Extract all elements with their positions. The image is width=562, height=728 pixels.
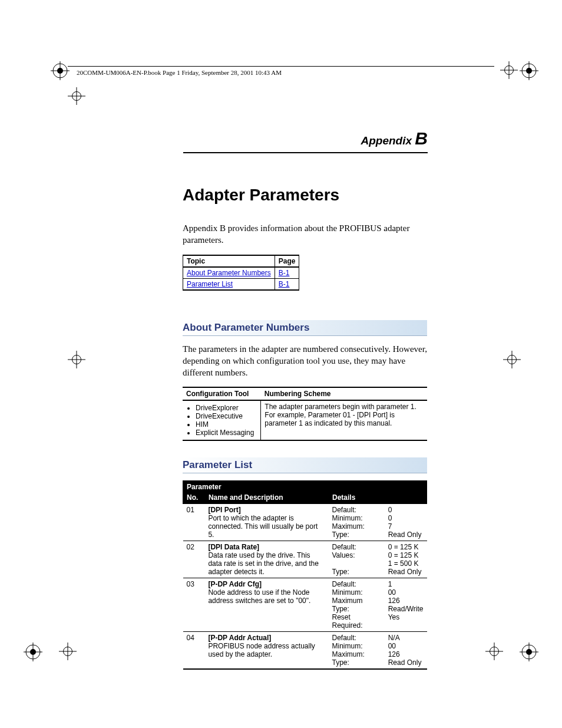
intro-paragraph: Appendix B provides information about th… (183, 222, 427, 246)
svg-point-7 (526, 68, 532, 74)
param-details-spacer (328, 481, 427, 492)
crosshair-icon (68, 351, 85, 368)
param-name: [P-DP Addr Actual] (208, 634, 271, 642)
param-detail-labels: Default:Minimum:MaximumType:Reset Requir… (328, 578, 384, 632)
topic-table: Topic Page About Parameter Numbers B-1 P… (183, 255, 299, 291)
param-detail-values: 0 = 125 K0 = 125 K1 = 500 KRead Only (385, 541, 427, 578)
param-name-desc: [P-DP Addr Actual]PROFIBUS node address … (204, 632, 328, 670)
param-detail-values: N/A00126Read Only (385, 632, 427, 670)
param-details-header: Details (328, 492, 427, 504)
param-name: [DPI Port] (208, 506, 240, 514)
crosshair-icon (59, 643, 77, 660)
svg-point-11 (30, 649, 36, 655)
registration-mark-icon (520, 643, 538, 661)
crosshair-icon (500, 61, 518, 79)
svg-point-8 (26, 645, 40, 659)
param-name-desc: [DPI Port]Port to which the adapter is c… (204, 504, 328, 541)
param-desc: Node address to use if the Node address … (208, 588, 310, 605)
param-group-header: Parameter (183, 481, 329, 492)
param-detail-labels: Default:Values: Type: (328, 541, 384, 578)
param-no: 01 (183, 504, 205, 541)
page-link[interactable]: B-1 (279, 269, 290, 277)
page-title: Adapter Parameters (183, 186, 427, 205)
svg-point-4 (522, 64, 536, 78)
param-desc: Data rate used by the drive. This data r… (208, 551, 318, 576)
param-no: 02 (183, 541, 205, 578)
page: 20COMM-UM006A-EN-P.book Page 1 Friday, S… (0, 0, 562, 728)
param-detail-values: 007Read Only (385, 504, 427, 541)
tool-item: Explicit Messaging (196, 429, 257, 437)
page-header: Page (275, 255, 299, 267)
header-rule (68, 66, 494, 67)
param-detail-labels: Default:Minimum:Maximum:Type: (328, 632, 384, 670)
svg-point-12 (522, 645, 536, 659)
tool-list: DriveExplorer DriveExecutive HIM Explici… (196, 404, 257, 437)
numbering-scheme-header: Numbering Scheme (261, 387, 427, 400)
parameter-table: Parameter No. Name and Description Detai… (183, 480, 427, 670)
param-no-header: No. (183, 492, 205, 504)
svg-point-3 (57, 68, 63, 74)
config-tool-table: Configuration Tool Numbering Scheme Driv… (183, 387, 427, 441)
running-header: 20COMM-UM006A-EN-P.book Page 1 Friday, S… (77, 69, 282, 76)
param-desc: PROFIBUS node address actually used by t… (208, 642, 315, 658)
registration-mark-icon (24, 643, 42, 661)
numbering-scheme-cell: The adapter parameters begin with parame… (261, 400, 427, 440)
topic-link[interactable]: About Parameter Numbers (187, 269, 271, 277)
registration-mark-icon (520, 61, 538, 80)
param-name-header: Name and Description (204, 492, 328, 504)
param-no: 04 (183, 632, 205, 670)
param-detail-values: 100126Read/WriteYes (385, 578, 427, 632)
crosshair-icon (68, 87, 85, 105)
section-heading-paramlist: Parameter List (183, 457, 427, 473)
param-name-desc: [P-DP Addr Cfg]Node address to use if th… (204, 578, 328, 632)
param-name: [DPI Data Rate] (208, 543, 259, 551)
param-name: [P-DP Addr Cfg] (208, 580, 262, 588)
topic-link[interactable]: Parameter List (187, 280, 233, 288)
topic-header: Topic (183, 255, 275, 267)
tool-item: HIM (196, 420, 257, 429)
tool-item: DriveExplorer (196, 404, 257, 412)
param-desc: Port to which the adapter is connected. … (208, 514, 318, 539)
param-name-desc: [DPI Data Rate]Data rate used by the dri… (204, 541, 328, 578)
config-tool-header: Configuration Tool (183, 387, 261, 400)
tool-item: DriveExecutive (196, 412, 257, 420)
param-no: 03 (183, 578, 205, 632)
registration-mark-icon (51, 61, 70, 80)
svg-point-15 (526, 649, 532, 655)
crosshair-icon (485, 643, 503, 660)
page-link[interactable]: B-1 (279, 280, 290, 288)
section-heading-about: About Parameter Numbers (183, 320, 427, 336)
section-body-about: The parameters in the adapter are number… (183, 343, 427, 379)
param-detail-labels: Default:Minimum:Maximum:Type: (328, 504, 384, 541)
crosshair-icon (503, 351, 521, 368)
svg-point-0 (53, 64, 67, 78)
